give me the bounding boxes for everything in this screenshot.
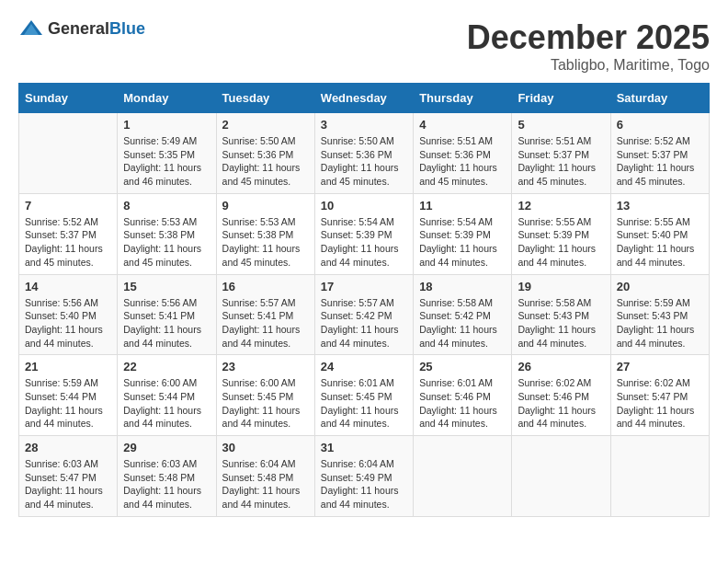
cell-info: Sunrise: 5:52 AMSunset: 5:37 PMDaylight:… [25,215,111,270]
cell-info: Sunrise: 5:57 AMSunset: 5:41 PMDaylight:… [222,296,309,350]
cell-info: Sunrise: 5:53 AMSunset: 5:38 PMDaylight:… [123,215,210,270]
calendar-cell: 12Sunrise: 5:55 AMSunset: 5:39 PMDayligh… [512,193,610,274]
cell-info: Sunrise: 5:54 AMSunset: 5:39 PMDaylight:… [321,215,407,270]
day-number: 11 [419,199,506,213]
day-number: 17 [321,280,407,293]
calendar-cell: 27Sunrise: 6:02 AMSunset: 5:47 PMDayligh… [610,355,709,436]
header-monday: Monday [118,84,216,113]
title-block: December 2025 Tabligbo, Maritime, Togo [467,18,710,74]
day-number: 9 [222,199,309,213]
calendar-cell: 31Sunrise: 6:04 AMSunset: 5:49 PMDayligh… [314,436,413,517]
calendar-cell: 19Sunrise: 5:58 AMSunset: 5:43 PMDayligh… [512,274,610,355]
location-title: Tabligbo, Maritime, Togo [467,57,710,74]
cell-info: Sunrise: 6:03 AMSunset: 5:47 PMDaylight:… [25,457,111,511]
calendar-cell: 29Sunrise: 6:03 AMSunset: 5:48 PMDayligh… [118,436,216,517]
day-number: 29 [123,441,210,454]
day-number: 24 [321,360,407,373]
cell-info: Sunrise: 5:57 AMSunset: 5:42 PMDaylight:… [321,296,407,350]
day-number: 12 [518,199,604,213]
calendar-cell: 3Sunrise: 5:50 AMSunset: 5:36 PMDaylight… [314,113,413,194]
cell-info: Sunrise: 5:49 AMSunset: 5:35 PMDaylight:… [123,134,210,189]
calendar-cell: 17Sunrise: 5:57 AMSunset: 5:42 PMDayligh… [314,274,413,355]
header-tuesday: Tuesday [216,84,314,113]
calendar-cell: 21Sunrise: 5:59 AMSunset: 5:44 PMDayligh… [19,355,118,436]
calendar-cell: 20Sunrise: 5:59 AMSunset: 5:43 PMDayligh… [610,274,709,355]
cell-info: Sunrise: 6:02 AMSunset: 5:47 PMDaylight:… [617,376,703,431]
cell-info: Sunrise: 5:58 AMSunset: 5:42 PMDaylight:… [419,296,506,350]
calendar-cell: 2Sunrise: 5:50 AMSunset: 5:36 PMDaylight… [216,113,314,194]
cell-info: Sunrise: 6:02 AMSunset: 5:46 PMDaylight:… [518,376,604,431]
day-number: 10 [321,199,407,213]
day-number: 20 [617,280,703,293]
calendar-week-2: 7Sunrise: 5:52 AMSunset: 5:37 PMDaylight… [19,193,710,274]
cell-info: Sunrise: 6:01 AMSunset: 5:46 PMDaylight:… [419,376,506,431]
calendar-cell: 23Sunrise: 6:00 AMSunset: 5:45 PMDayligh… [216,355,314,436]
cell-info: Sunrise: 6:03 AMSunset: 5:48 PMDaylight:… [123,457,210,511]
day-number: 8 [123,199,210,213]
logo-text: GeneralBlue [48,19,145,39]
calendar-cell: 9Sunrise: 5:53 AMSunset: 5:38 PMDaylight… [216,193,314,274]
calendar-cell: 16Sunrise: 5:57 AMSunset: 5:41 PMDayligh… [216,274,314,355]
header-friday: Friday [512,84,610,113]
day-number: 19 [518,280,604,293]
cell-info: Sunrise: 5:59 AMSunset: 5:44 PMDaylight:… [25,376,111,431]
day-number: 14 [25,280,111,293]
day-number: 3 [321,118,407,132]
calendar-cell: 7Sunrise: 5:52 AMSunset: 5:37 PMDaylight… [19,193,118,274]
calendar-cell: 26Sunrise: 6:02 AMSunset: 5:46 PMDayligh… [512,355,610,436]
calendar-cell [414,436,512,517]
header-thursday: Thursday [414,84,512,113]
calendar-table: SundayMondayTuesdayWednesdayThursdayFrid… [18,83,710,517]
day-number: 31 [321,441,407,454]
day-number: 22 [123,360,210,373]
calendar-week-3: 14Sunrise: 5:56 AMSunset: 5:40 PMDayligh… [19,274,710,355]
page-header: GeneralBlue December 2025 Tabligbo, Mari… [18,18,710,74]
cell-info: Sunrise: 5:56 AMSunset: 5:41 PMDaylight:… [123,296,210,350]
cell-info: Sunrise: 5:58 AMSunset: 5:43 PMDaylight:… [518,296,604,350]
calendar-cell: 15Sunrise: 5:56 AMSunset: 5:41 PMDayligh… [118,274,216,355]
calendar-cell: 13Sunrise: 5:55 AMSunset: 5:40 PMDayligh… [610,193,709,274]
day-number: 18 [419,280,506,293]
day-number: 6 [617,118,703,132]
calendar-cell [512,436,610,517]
header-sunday: Sunday [19,84,118,113]
calendar-cell: 30Sunrise: 6:04 AMSunset: 5:48 PMDayligh… [216,436,314,517]
calendar-cell: 4Sunrise: 5:51 AMSunset: 5:36 PMDaylight… [414,113,512,194]
cell-info: Sunrise: 6:04 AMSunset: 5:49 PMDaylight:… [321,457,407,511]
cell-info: Sunrise: 6:01 AMSunset: 5:45 PMDaylight:… [321,376,407,431]
day-number: 23 [222,360,309,373]
calendar-cell: 1Sunrise: 5:49 AMSunset: 5:35 PMDaylight… [118,113,216,194]
calendar-cell: 5Sunrise: 5:51 AMSunset: 5:37 PMDaylight… [512,113,610,194]
day-number: 5 [518,118,604,132]
header-saturday: Saturday [610,84,709,113]
calendar-cell: 28Sunrise: 6:03 AMSunset: 5:47 PMDayligh… [19,436,118,517]
calendar-cell: 24Sunrise: 6:01 AMSunset: 5:45 PMDayligh… [314,355,413,436]
calendar-week-1: 1Sunrise: 5:49 AMSunset: 5:35 PMDaylight… [19,113,710,194]
calendar-cell [610,436,709,517]
cell-info: Sunrise: 5:53 AMSunset: 5:38 PMDaylight:… [222,215,309,270]
day-number: 21 [25,360,111,373]
logo-icon [18,18,44,39]
calendar-week-5: 28Sunrise: 6:03 AMSunset: 5:47 PMDayligh… [19,436,710,517]
logo: GeneralBlue [18,18,145,39]
cell-info: Sunrise: 5:59 AMSunset: 5:43 PMDaylight:… [617,296,703,350]
calendar-header-row: SundayMondayTuesdayWednesdayThursdayFrid… [19,84,710,113]
cell-info: Sunrise: 5:51 AMSunset: 5:37 PMDaylight:… [518,134,604,189]
day-number: 2 [222,118,309,132]
cell-info: Sunrise: 6:00 AMSunset: 5:44 PMDaylight:… [123,376,210,431]
cell-info: Sunrise: 5:50 AMSunset: 5:36 PMDaylight:… [321,134,407,189]
day-number: 4 [419,118,506,132]
cell-info: Sunrise: 5:56 AMSunset: 5:40 PMDaylight:… [25,296,111,350]
cell-info: Sunrise: 5:51 AMSunset: 5:36 PMDaylight:… [419,134,506,189]
cell-info: Sunrise: 5:50 AMSunset: 5:36 PMDaylight:… [222,134,309,189]
day-number: 15 [123,280,210,293]
day-number: 26 [518,360,604,373]
logo-blue: Blue [109,19,145,38]
cell-info: Sunrise: 6:00 AMSunset: 5:45 PMDaylight:… [222,376,309,431]
day-number: 27 [617,360,703,373]
cell-info: Sunrise: 6:04 AMSunset: 5:48 PMDaylight:… [222,457,309,511]
calendar-cell: 6Sunrise: 5:52 AMSunset: 5:37 PMDaylight… [610,113,709,194]
calendar-cell: 11Sunrise: 5:54 AMSunset: 5:39 PMDayligh… [414,193,512,274]
cell-info: Sunrise: 5:55 AMSunset: 5:39 PMDaylight:… [518,215,604,270]
calendar-cell: 8Sunrise: 5:53 AMSunset: 5:38 PMDaylight… [118,193,216,274]
